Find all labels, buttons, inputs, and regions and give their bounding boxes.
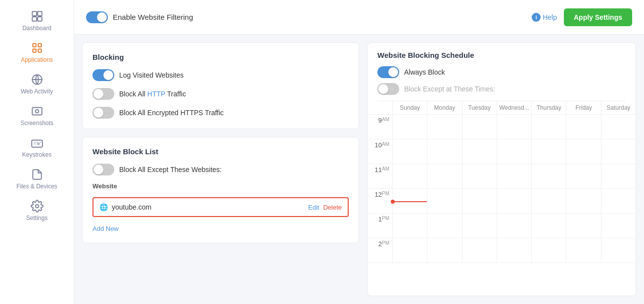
sidebar-item-screenshots[interactable]: Screenshots bbox=[0, 100, 74, 131]
time-label-3: 12PM bbox=[368, 189, 392, 213]
calendar-cell-5-0[interactable] bbox=[392, 238, 427, 262]
calendar-cell-2-6[interactable] bbox=[601, 164, 636, 188]
website-entry-youtube: 🌐 youtube.com Edit Delete bbox=[92, 197, 349, 217]
log-visited-toggle[interactable] bbox=[92, 69, 114, 81]
always-block-toggle[interactable] bbox=[377, 66, 399, 78]
svg-rect-2 bbox=[32, 17, 37, 21]
svg-rect-3 bbox=[38, 17, 42, 21]
left-panel: Blocking Log Visited Websites Block All … bbox=[82, 43, 359, 296]
block-https-toggle[interactable] bbox=[92, 107, 114, 119]
calendar-cell-3-1[interactable] bbox=[427, 189, 461, 213]
calendar-cell-2-2[interactable] bbox=[462, 164, 497, 188]
schedule-panel: Website Blocking Schedule Always Block B… bbox=[367, 43, 636, 296]
log-visited-row: Log Visited Websites bbox=[92, 69, 349, 81]
globe-icon: 🌐 bbox=[99, 203, 108, 211]
schedule-options: Always Block Block Except at These Times… bbox=[377, 66, 626, 101]
calendar-cell-4-6[interactable] bbox=[601, 214, 636, 238]
sidebar: Dashboard Applications Web Activity Scre… bbox=[0, 0, 74, 304]
calendar-cell-3-5[interactable] bbox=[566, 189, 600, 213]
website-filtering-label: Enable Website Filtering bbox=[113, 13, 193, 21]
calendar-cell-4-0[interactable] bbox=[392, 214, 427, 238]
main-content: Enable Website Filtering i Help Apply Se… bbox=[74, 0, 644, 304]
calendar-cell-5-3[interactable] bbox=[497, 238, 531, 262]
delete-website-button[interactable]: Delete bbox=[323, 204, 342, 211]
day-header-sunday: Sunday bbox=[392, 101, 427, 114]
add-new-button[interactable]: Add New bbox=[92, 225, 119, 232]
block-http-row: Block All HTTP Traffic bbox=[92, 88, 349, 100]
calendar-cell-2-0[interactable] bbox=[392, 164, 427, 188]
schedule-title: Website Blocking Schedule bbox=[377, 51, 626, 59]
calendar-cell-4-3[interactable] bbox=[497, 214, 531, 238]
calendar-cell-0-3[interactable] bbox=[497, 115, 531, 139]
sidebar-item-label: Dashboard bbox=[22, 25, 51, 32]
sidebar-item-settings[interactable]: Settings bbox=[0, 195, 74, 226]
calendar-cell-4-2[interactable] bbox=[462, 214, 497, 238]
calendar-cell-5-2[interactable] bbox=[462, 238, 497, 262]
block-except-times-label: Block Except at These Times: bbox=[404, 85, 495, 93]
calendar-cell-3-0[interactable] bbox=[392, 189, 427, 213]
calendar-cell-1-0[interactable] bbox=[392, 139, 427, 164]
calendar-cell-4-4[interactable] bbox=[531, 214, 566, 238]
sidebar-item-files-devices[interactable]: Files & Devices bbox=[0, 163, 74, 195]
calendar-cell-4-1[interactable] bbox=[427, 214, 461, 238]
day-header-wednesday: Wednesd... bbox=[497, 101, 531, 114]
edit-website-button[interactable]: Edit bbox=[308, 204, 319, 211]
calendar-cell-1-5[interactable] bbox=[566, 139, 600, 164]
calendar-row-2: 11AM bbox=[368, 164, 636, 189]
calendar-cell-2-1[interactable] bbox=[427, 164, 461, 188]
apply-settings-button[interactable]: Apply Settings bbox=[564, 8, 632, 26]
calendar-cell-0-6[interactable] bbox=[601, 115, 636, 139]
calendar-cell-1-1[interactable] bbox=[427, 139, 461, 164]
block-except-toggle[interactable] bbox=[92, 164, 114, 175]
calendar-grid: Sunday Monday Tuesday Wednesd... Thursda… bbox=[368, 101, 636, 296]
calendar-cell-2-3[interactable] bbox=[497, 164, 531, 188]
block-http-toggle[interactable] bbox=[92, 88, 114, 100]
day-header-monday: Monday bbox=[427, 101, 461, 114]
block-except-times-toggle[interactable] bbox=[377, 83, 399, 95]
calendar-cell-2-4[interactable] bbox=[531, 164, 566, 188]
always-block-label: Always Block bbox=[404, 68, 445, 76]
calendar-cell-5-1[interactable] bbox=[427, 238, 461, 262]
calendar-cell-5-4[interactable] bbox=[531, 238, 566, 262]
svg-rect-0 bbox=[32, 11, 37, 16]
calendar-cell-3-6[interactable] bbox=[601, 189, 636, 213]
time-label-1: 10AM bbox=[368, 139, 392, 164]
block-except-toggle-row: Block All Except These Websites: bbox=[92, 164, 349, 175]
sidebar-item-applications[interactable]: Applications bbox=[0, 37, 74, 68]
calendar-row-3: 12PM bbox=[368, 189, 636, 214]
calendar-cell-1-4[interactable] bbox=[531, 139, 566, 164]
day-header-tuesday: Tuesday bbox=[462, 101, 497, 114]
day-header-saturday: Saturday bbox=[601, 101, 636, 114]
time-label-5: 2PM bbox=[368, 238, 392, 262]
sidebar-item-web-activity[interactable]: Web Activity bbox=[0, 68, 74, 100]
calendar-cell-3-4[interactable] bbox=[531, 189, 566, 213]
sidebar-item-dashboard[interactable]: Dashboard bbox=[0, 5, 74, 37]
sidebar-item-keystrokes[interactable]: Keystrokes bbox=[0, 131, 74, 163]
calendar-cell-4-5[interactable] bbox=[566, 214, 600, 238]
calendar-cell-3-2[interactable] bbox=[462, 189, 497, 213]
blocking-card: Blocking Log Visited Websites Block All … bbox=[82, 43, 359, 129]
sidebar-item-label: Screenshots bbox=[20, 120, 53, 127]
calendar-cell-0-4[interactable] bbox=[531, 115, 566, 139]
calendar-cell-5-5[interactable] bbox=[566, 238, 600, 262]
calendar-row-5: 2PM bbox=[368, 238, 636, 263]
calendar-cell-1-6[interactable] bbox=[601, 139, 636, 164]
time-label-0: 9AM bbox=[368, 115, 392, 139]
help-link[interactable]: i Help bbox=[532, 13, 557, 22]
calendar-cell-3-3[interactable] bbox=[497, 189, 531, 213]
calendar-cell-0-2[interactable] bbox=[462, 115, 497, 139]
calendar-cell-1-2[interactable] bbox=[462, 139, 497, 164]
calendar-cell-0-1[interactable] bbox=[427, 115, 461, 139]
help-label: Help bbox=[543, 13, 557, 21]
svg-rect-6 bbox=[33, 49, 36, 52]
block-https-row: Block All Encrypted HTTPS Traffic bbox=[92, 107, 349, 119]
calendar-cell-5-6[interactable] bbox=[601, 238, 636, 262]
calendar-row-0: 9AM bbox=[368, 115, 636, 139]
calendar-cell-2-5[interactable] bbox=[566, 164, 600, 188]
svg-rect-9 bbox=[32, 107, 42, 115]
calendar-cell-1-3[interactable] bbox=[497, 139, 531, 164]
sidebar-item-label: Web Activity bbox=[21, 88, 53, 95]
calendar-cell-0-5[interactable] bbox=[566, 115, 600, 139]
website-filtering-toggle[interactable] bbox=[86, 11, 108, 23]
calendar-cell-0-0[interactable] bbox=[392, 115, 427, 139]
